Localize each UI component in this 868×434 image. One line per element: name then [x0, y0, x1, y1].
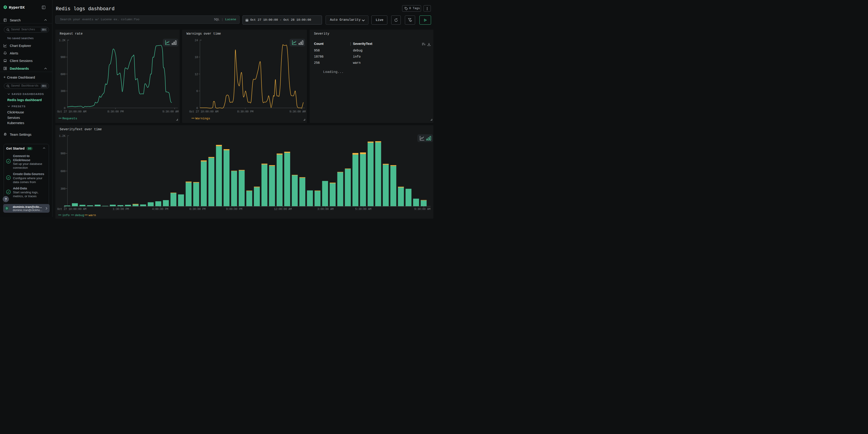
svg-text:Oct 27 10:00:00 AM: Oct 27 10:00:00 AM	[189, 110, 218, 114]
svg-text:900: 900	[61, 56, 65, 59]
svg-text:debug: debug	[75, 214, 84, 217]
svg-text:warn: warn	[89, 214, 96, 217]
svg-text:18: 18	[195, 56, 198, 59]
svg-text:8:30:00 PM: 8:30:00 PM	[107, 110, 123, 114]
svg-text:1.2K: 1.2K	[59, 39, 66, 42]
svg-text:300: 300	[61, 187, 65, 191]
svg-text:4:00:00 PM: 4:00:00 PM	[152, 208, 168, 211]
svg-text:24: 24	[195, 39, 198, 42]
svg-text:600: 600	[61, 169, 65, 173]
svg-text:8:30:00 PM: 8:30:00 PM	[237, 110, 253, 114]
svg-text:12:00:00 AM: 12:00:00 AM	[274, 208, 292, 211]
svg-text:info: info	[62, 214, 70, 217]
svg-text:5:30:00 AM: 5:30:00 AM	[355, 208, 371, 211]
svg-text:Oct 27 10:00:00 AM: Oct 27 10:00:00 AM	[57, 208, 86, 211]
svg-text:0: 0	[196, 106, 198, 110]
svg-text:12: 12	[195, 73, 198, 76]
svg-text:Oct 27 10:00:00 AM: Oct 27 10:00:00 AM	[57, 110, 86, 114]
svg-text:0: 0	[64, 106, 65, 110]
svg-text:900: 900	[61, 152, 65, 155]
svg-text:1:30:00 PM: 1:30:00 PM	[113, 208, 129, 211]
svg-text:600: 600	[61, 73, 65, 76]
svg-text:1.2K: 1.2K	[59, 134, 66, 138]
svg-text:9:30:00 AM: 9:30:00 AM	[162, 110, 179, 114]
svg-text:6: 6	[196, 90, 198, 93]
svg-text:3:00:00 AM: 3:00:00 AM	[317, 208, 333, 211]
svg-text:9:30:00 AM: 9:30:00 AM	[289, 110, 306, 114]
svg-text:300: 300	[61, 90, 65, 93]
svg-text:9:30:00 AM: 9:30:00 AM	[414, 208, 430, 211]
svg-text:Requests: Requests	[62, 117, 77, 120]
svg-text:9:00:00 PM: 9:00:00 PM	[226, 208, 242, 211]
svg-text:6:30:00 PM: 6:30:00 PM	[189, 208, 206, 211]
svg-text:Warnings: Warnings	[195, 117, 210, 120]
